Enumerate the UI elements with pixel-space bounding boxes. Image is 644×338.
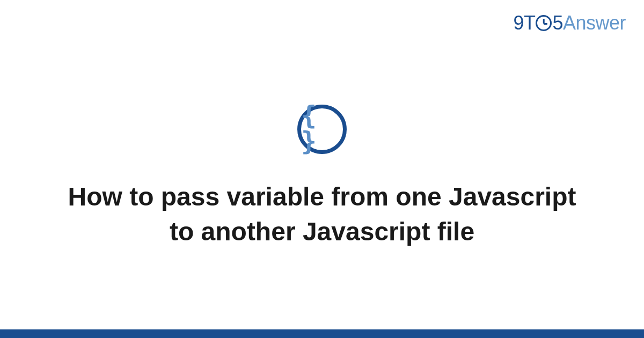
page-title: How to pass variable from one Javascript… [64, 180, 580, 249]
category-icon-circle: { } [297, 105, 347, 154]
braces-icon: { } [301, 102, 343, 154]
main-content: { } How to pass variable from one Javasc… [0, 0, 644, 338]
footer-bar [0, 329, 644, 338]
